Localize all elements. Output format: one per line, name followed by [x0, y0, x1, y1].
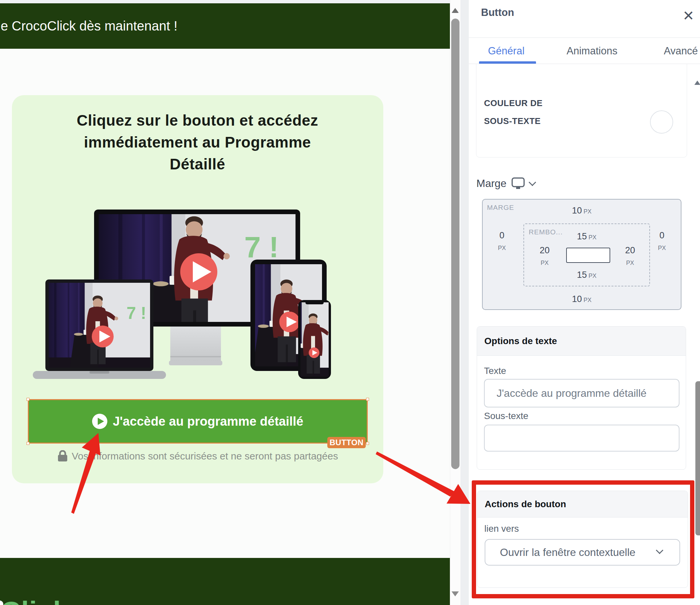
- selection-handle[interactable]: [26, 442, 29, 445]
- play-icon: [92, 414, 107, 429]
- selection-handle[interactable]: [26, 398, 29, 401]
- margin-bottom-value[interactable]: 10PX: [483, 294, 681, 304]
- scroll-down-arrow-icon[interactable]: [452, 591, 459, 596]
- selection-type-badge: BUTTON: [327, 437, 366, 448]
- link-to-label: lien vers: [484, 524, 519, 534]
- tab-animations[interactable]: Animations: [567, 45, 617, 57]
- element-size-box[interactable]: [566, 248, 610, 263]
- lock-icon: [57, 450, 68, 462]
- selection-handle[interactable]: [366, 398, 369, 401]
- button-actions-header: Actions de bouton: [477, 491, 688, 517]
- tab-general[interactable]: Général: [488, 45, 524, 57]
- selection-handle[interactable]: [366, 442, 369, 445]
- desktop-icon[interactable]: [511, 177, 525, 190]
- color-subtext-swatch[interactable]: [650, 111, 673, 134]
- link-to-select[interactable]: Ouvrir la fenêtre contextuelle: [485, 539, 680, 565]
- margin-row: Marge: [476, 176, 535, 191]
- settings-panel: Button ✕ Général Animations Avancé COULE…: [469, 0, 700, 605]
- padding-bottom-value[interactable]: 15PX: [524, 270, 649, 280]
- margin-diagram[interactable]: MARGE 10PX 0PX 0PX 10PX REMBO... 15PX: [482, 199, 681, 310]
- scroll-up-arrow-icon[interactable]: [452, 8, 459, 13]
- panel-scrollbar-thumb[interactable]: [695, 381, 700, 535]
- header-banner-text: e CrocoClick dès maintenant !: [1, 19, 178, 33]
- button-actions-card: Actions de bouton lien vers Ouvrir la fe…: [477, 491, 688, 588]
- margin-right-value[interactable]: 0PX: [655, 231, 669, 253]
- panel-scroll-area: COULEUR DE SOUS-TEXTE Marge MARGE 10PX: [469, 64, 700, 605]
- panel-title: Button: [481, 7, 514, 19]
- cta-label: J'accède au programme détaillé: [112, 414, 303, 429]
- preview-scrollbar[interactable]: [450, 0, 460, 605]
- devices-video-mockup: 7 !: [23, 199, 374, 385]
- link-to-value: Ouvrir la fenêtre contextuelle: [500, 546, 635, 559]
- secure-note-text: Vos informations sont sécurisées et ne s…: [72, 451, 338, 462]
- subtext-field-input[interactable]: [484, 425, 679, 452]
- padding-top-value[interactable]: 15PX: [524, 232, 649, 242]
- text-options-card: Options de texte Texte Sous-texte: [477, 326, 686, 470]
- preview-footer: Click: [0, 558, 450, 605]
- margin-label: Marge: [476, 177, 506, 190]
- color-subtext-card: COULEUR DE SOUS-TEXTE: [476, 64, 687, 158]
- monitor-stand: [170, 326, 221, 361]
- margin-left-value[interactable]: 0PX: [496, 231, 508, 253]
- tab-advanced[interactable]: Avancé: [664, 45, 698, 57]
- page-preview: e CrocoClick dès maintenant ! Cliquez su…: [0, 0, 450, 605]
- chevron-down-icon: [656, 547, 664, 554]
- scrollbar-thumb[interactable]: [451, 19, 459, 469]
- panel-gap: [460, 0, 469, 605]
- close-icon[interactable]: ✕: [681, 9, 696, 23]
- padding-left-value[interactable]: 20PX: [538, 245, 552, 268]
- text-field-input[interactable]: [484, 379, 679, 407]
- padding-diagram[interactable]: REMBO... 15PX 20PX 20PX 15PX: [523, 223, 650, 286]
- subtext-field-label: Sous-texte: [484, 411, 528, 421]
- margin-top-value[interactable]: 10PX: [483, 205, 681, 216]
- preview-top-strip: [0, 0, 450, 3]
- text-options-header: Options de texte: [477, 326, 686, 356]
- secure-note-row: Vos informations sont sécurisées et ne s…: [12, 450, 383, 462]
- preview-header-banner: e CrocoClick dès maintenant !: [0, 3, 450, 49]
- panel-scroll-up-icon[interactable]: [694, 80, 700, 85]
- padding-right-value[interactable]: 20PX: [623, 245, 638, 268]
- panel-tabs: Général Animations Avancé: [469, 38, 700, 64]
- color-subtext-label: COULEUR DE SOUS-TEXTE: [484, 94, 543, 130]
- chevron-down-icon[interactable]: [528, 179, 536, 186]
- text-field-label: Texte: [484, 366, 506, 376]
- cta-button[interactable]: J'accède au programme détaillé: [29, 400, 367, 442]
- hero-headline: Cliquez sur le bouton et accédez immédia…: [48, 110, 347, 175]
- footer-logo-text: Click: [1, 596, 69, 605]
- editor-window: e CrocoClick dès maintenant ! Cliquez su…: [0, 0, 700, 605]
